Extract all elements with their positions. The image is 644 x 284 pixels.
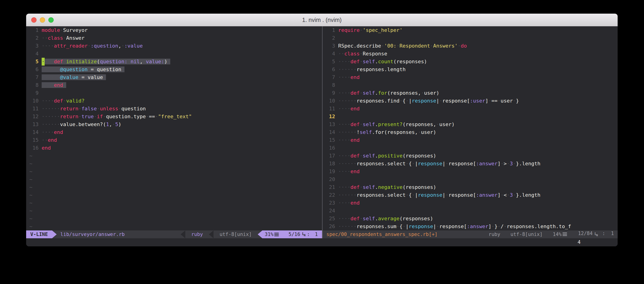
- code-line: 19····end: [323, 168, 618, 175]
- line-number: 6: [30, 66, 39, 73]
- file-path: lib/surveyor/answer.rb: [57, 230, 128, 238]
- tilde-marker: ~: [30, 184, 32, 190]
- line-number: 24: [326, 207, 335, 215]
- line-number: 5: [326, 58, 335, 66]
- code-line: 18······responses.select·{·|response|·re…: [323, 160, 618, 168]
- line-number: 7: [30, 73, 39, 81]
- visual-selection: ···def·initialize(question:·nil,·value:): [45, 59, 170, 64]
- inactive-position-section: ruby utf-8[unix] 14% 12/84LN : 1: [478, 230, 618, 238]
- right-code-pane[interactable]: 1require·'spec_helper'23RSpec.describe·'…: [323, 26, 618, 230]
- empty-buffer-line: ~: [26, 160, 322, 168]
- line-number: 5: [30, 58, 39, 66]
- visual-selection: ······@value·=·value: [42, 74, 106, 80]
- line-number: 4: [30, 50, 39, 58]
- line-number: 13: [30, 121, 39, 128]
- terminal-window: 1. nvim . (nvim) 1module·Surveyor2··clas…: [26, 14, 618, 246]
- visual-selection: ······@question·=·question: [42, 66, 124, 72]
- tilde-marker: ~: [30, 153, 32, 159]
- line-number: 12: [30, 113, 39, 121]
- code-line: 15····end: [323, 136, 618, 144]
- line-number: 17: [326, 152, 335, 160]
- tilde-marker: ~: [30, 216, 32, 221]
- code-line: 8: [323, 81, 618, 89]
- line-number: 15: [326, 136, 335, 144]
- line-number: 20: [326, 175, 335, 183]
- line-number: 11: [30, 105, 39, 113]
- line-number: 23: [326, 199, 335, 207]
- line-number: 6: [326, 66, 335, 73]
- empty-buffer-line: ~: [26, 215, 322, 223]
- nvim-editor: 1module·Surveyor2··class·Answer3····attr…: [26, 26, 618, 246]
- line-number: 10: [30, 97, 39, 105]
- powerline-separator-icon: [209, 230, 214, 238]
- code-line: 6······@question·=·question: [26, 66, 322, 73]
- empty-buffer-line: ~: [26, 168, 322, 175]
- code-line: 9····def·self.for(responses,·user): [323, 89, 618, 97]
- code-line: 1require·'spec_helper': [323, 26, 618, 34]
- line-number: 1: [30, 26, 39, 34]
- powerline-arrow-icon: [52, 230, 57, 238]
- line-number: 9: [30, 89, 39, 97]
- empty-buffer-line: ~: [26, 175, 322, 183]
- cursor-line-total: 12/84LN : 1: [578, 230, 614, 238]
- tilde-marker: ~: [30, 192, 32, 198]
- code-line: 10······responses.find·{·|response|·resp…: [323, 97, 618, 105]
- code-line: 12······return·true·if·question.type·==·…: [26, 113, 322, 121]
- tilde-marker: ~: [30, 200, 32, 206]
- inactive-file-path: spec/00_respondents_answers_spec.rb[+]: [323, 230, 441, 238]
- code-line: 16: [323, 144, 618, 152]
- code-line: 16end: [26, 144, 322, 152]
- code-line: 12: [323, 113, 618, 121]
- colon-separator: :: [307, 230, 310, 238]
- line-number-icon: LN: [302, 230, 306, 238]
- tilde-marker: ~: [30, 224, 32, 229]
- line-number: 10: [326, 97, 335, 105]
- status-row: V-LINE lib/surveyor/answer.rb ruby utf-8…: [26, 230, 618, 238]
- code-line: 17····def·self.positive(responses): [323, 152, 618, 160]
- line-number: 1: [326, 26, 335, 34]
- visual-selection: ····end: [42, 82, 66, 88]
- code-line: 23····end: [323, 199, 618, 207]
- code-line: 14······!self.for(responses,·user): [323, 128, 618, 136]
- tilde-marker: ~: [30, 208, 32, 214]
- code-line: 13····def·self.present?(responses,·user): [323, 121, 618, 128]
- line-number: 22: [326, 191, 335, 199]
- empty-buffer-line: ~: [26, 199, 322, 207]
- scroll-percent: 31%: [265, 230, 274, 238]
- line-number: 13: [326, 121, 335, 128]
- left-code-pane[interactable]: 1module·Surveyor2··class·Answer3····attr…: [26, 26, 322, 230]
- line-number: 8: [30, 81, 39, 89]
- empty-buffer-line: ~: [26, 207, 322, 215]
- powerline-arrow-icon: [258, 230, 262, 238]
- line-number: 2: [30, 34, 39, 42]
- code-line: 13······value.between?(1,·5): [26, 121, 322, 128]
- title-bar[interactable]: 1. nvim . (nvim): [26, 14, 618, 26]
- window-title: 1. nvim . (nvim): [26, 14, 618, 26]
- code-line: 6······responses.length: [323, 66, 618, 73]
- code-line: 4··class·Response: [323, 50, 618, 58]
- code-line: 2··class·Answer: [26, 34, 322, 42]
- code-line: 22······responses.select·{·|response|·re…: [323, 191, 618, 199]
- scroll-percent: 14%: [553, 230, 568, 238]
- command-line: 4: [26, 238, 618, 246]
- code-line: 3RSpec.describe·'00:·Respondent·Answers'…: [323, 42, 618, 50]
- code-line: 11······return·false·unless·question: [26, 105, 322, 113]
- cursor-column: 1: [315, 230, 318, 238]
- line-number-icon: LN: [594, 230, 598, 238]
- code-line: 3····attr_reader·:question,·:value: [26, 42, 322, 50]
- mode-indicator: V-LINE: [26, 230, 52, 238]
- empty-buffer-line: ~: [26, 191, 322, 199]
- code-line: 20: [323, 175, 618, 183]
- showcmd-pending-count: 4: [578, 238, 580, 246]
- line-number: 4: [326, 50, 335, 58]
- lines-icon: [562, 233, 567, 236]
- line-number: 21: [326, 183, 335, 191]
- code-line: 24: [323, 207, 618, 215]
- line-number: 18: [326, 160, 335, 168]
- code-line: 9: [26, 89, 322, 97]
- code-line: 11····end: [323, 105, 618, 113]
- line-number: 7: [326, 73, 335, 81]
- line-number: 16: [30, 144, 39, 152]
- code-line: 15··end: [26, 136, 322, 144]
- code-line: 26······responses.sum·{·|response|·respo…: [323, 223, 618, 230]
